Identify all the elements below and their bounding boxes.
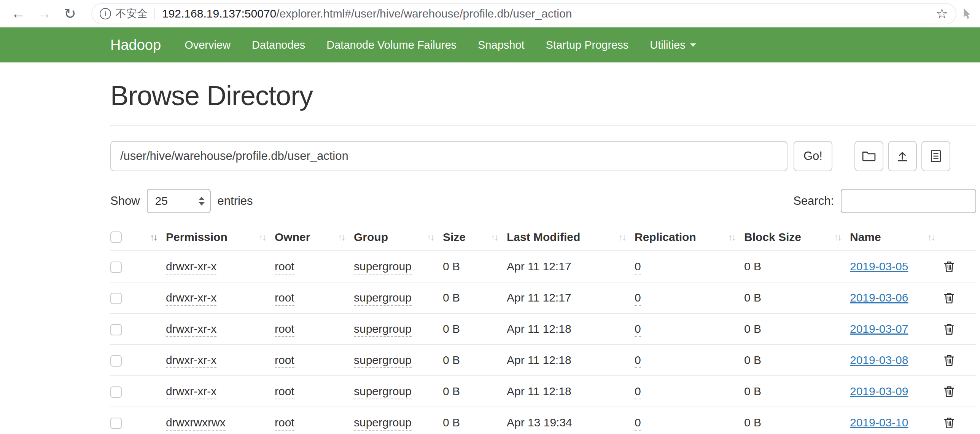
entries-per-page-value: 25 [155, 195, 168, 207]
search-label: Search: [793, 194, 834, 208]
replication-value[interactable]: 0 [635, 385, 641, 399]
back-icon[interactable]: ← [10, 5, 27, 22]
permission-value[interactable]: drwxr-xr-x [166, 260, 216, 274]
row-checkbox[interactable] [110, 355, 122, 367]
delete-button[interactable] [943, 260, 955, 273]
nav-item-datanode-volume-failures[interactable]: Datanode Volume Failures [326, 39, 457, 51]
directory-path-input[interactable] [110, 141, 788, 171]
delete-button[interactable] [943, 354, 955, 367]
trash-icon [943, 385, 955, 398]
column-header-block-size[interactable]: Block Size↑↓ [744, 226, 850, 251]
row-checkbox[interactable] [110, 386, 122, 398]
table-row: drwxr-xr-x root supergroup 0 B Apr 11 12… [110, 345, 976, 376]
info-icon[interactable]: i [100, 8, 111, 19]
bookmark-star-icon[interactable]: ☆ [934, 6, 950, 22]
delete-button[interactable] [943, 385, 955, 398]
column-header-name[interactable]: Name↑↓ [850, 226, 943, 251]
separator [154, 8, 155, 19]
address-bar[interactable]: i 不安全 192.168.19.137:50070/explorer.html… [91, 3, 956, 24]
delete-button[interactable] [943, 416, 955, 429]
replication-value[interactable]: 0 [635, 260, 641, 274]
column-header-group[interactable]: Group↑↓ [354, 226, 443, 251]
file-link[interactable]: 2019-03-07 [850, 322, 908, 335]
owner-value[interactable]: root [275, 322, 294, 337]
sort-icon[interactable]: ↑↓ [834, 232, 841, 243]
owner-value[interactable]: root [275, 354, 294, 368]
group-value[interactable]: supergroup [354, 354, 412, 368]
permission-value[interactable]: drwxr-xr-x [166, 354, 216, 368]
hadoop-navbar: Hadoop Overview Datanodes Datanode Volum… [0, 27, 980, 62]
select-all-checkbox[interactable] [110, 231, 122, 243]
trash-icon [943, 323, 955, 335]
create-directory-button[interactable] [854, 141, 883, 171]
nav-item-overview[interactable]: Overview [185, 39, 231, 51]
delete-button[interactable] [943, 323, 955, 335]
file-link[interactable]: 2019-03-09 [850, 385, 908, 397]
row-checkbox[interactable] [110, 293, 122, 304]
sort-icon[interactable]: ↑↓ [338, 232, 345, 243]
column-header-owner[interactable]: Owner↑↓ [275, 226, 354, 251]
permission-value[interactable]: drwxr-xr-x [166, 385, 216, 399]
column-header-permission[interactable]: Permission↑↓ [166, 226, 275, 251]
sort-icon[interactable]: ↑↓ [728, 232, 735, 243]
file-info-button[interactable] [921, 141, 950, 171]
file-list-icon [930, 150, 942, 163]
url-host: 192.168.19.137:50070 [162, 7, 276, 20]
owner-value[interactable]: root [275, 260, 294, 274]
row-checkbox[interactable] [110, 262, 122, 273]
permission-value[interactable]: drwxr-xr-x [166, 322, 216, 337]
reload-icon[interactable]: ↻ [62, 5, 78, 22]
group-value[interactable]: supergroup [354, 260, 412, 274]
file-link[interactable]: 2019-03-08 [850, 354, 908, 366]
table-row: drwxr-xr-x root supergroup 0 B Apr 11 12… [110, 282, 976, 313]
nav-item-startup-progress[interactable]: Startup Progress [546, 39, 629, 51]
entries-per-page-select[interactable]: 25 [147, 189, 211, 213]
group-value[interactable]: supergroup [354, 291, 412, 306]
sort-icon[interactable]: ↑↓ [259, 232, 266, 243]
group-value[interactable]: supergroup [354, 385, 412, 399]
nav-item-utilities[interactable]: Utilities [650, 39, 696, 51]
security-label[interactable]: 不安全 [116, 6, 148, 21]
replication-value[interactable]: 0 [635, 354, 641, 368]
owner-value[interactable]: root [275, 291, 294, 306]
page-title: Browse Directory [110, 80, 976, 111]
table-header-row: ↑↓ Permission↑↓ Owner↑↓ Group↑↓ Size↑↓ L… [110, 226, 976, 251]
upload-file-button[interactable] [888, 141, 917, 171]
nav-item-snapshot[interactable]: Snapshot [478, 39, 525, 51]
size-value: 0 B [443, 251, 507, 282]
file-link[interactable]: 2019-03-05 [850, 260, 908, 273]
owner-value[interactable]: root [275, 416, 294, 431]
replication-value[interactable]: 0 [635, 291, 641, 306]
block-size-value: 0 B [744, 345, 850, 376]
file-link[interactable]: 2019-03-06 [850, 291, 908, 304]
row-checkbox[interactable] [110, 324, 122, 335]
nav-item-datanodes[interactable]: Datanodes [252, 39, 305, 51]
row-checkbox[interactable] [110, 418, 122, 429]
replication-value[interactable]: 0 [635, 322, 641, 337]
sort-icon[interactable]: ↑↓ [150, 232, 157, 243]
navbar-brand-hadoop[interactable]: Hadoop [110, 37, 161, 53]
permission-value[interactable]: drwxrwxrwx [166, 416, 226, 431]
directory-table: ↑↓ Permission↑↓ Owner↑↓ Group↑↓ Size↑↓ L… [110, 226, 976, 434]
sort-icon[interactable]: ↑↓ [619, 232, 625, 243]
sort-icon[interactable]: ↑↓ [491, 232, 498, 243]
url-text: 192.168.19.137:50070/explorer.html#/user… [162, 7, 572, 20]
column-header-last-modified[interactable]: Last Modified↑↓ [507, 226, 635, 251]
last-modified-value: Apr 11 12:18 [507, 345, 635, 376]
column-header-replication[interactable]: Replication↑↓ [635, 226, 744, 251]
group-value[interactable]: supergroup [354, 322, 412, 337]
show-entries: Show 25 entries [110, 189, 253, 213]
permission-value[interactable]: drwxr-xr-x [166, 291, 216, 306]
sort-icon[interactable]: ↑↓ [427, 232, 434, 243]
owner-value[interactable]: root [275, 385, 294, 399]
forward-icon[interactable]: → [36, 5, 52, 22]
search-input[interactable] [841, 189, 976, 213]
column-header-size[interactable]: Size↑↓ [443, 226, 507, 251]
file-link[interactable]: 2019-03-10 [850, 416, 908, 429]
replication-value[interactable]: 0 [635, 416, 641, 431]
select-all-header[interactable]: ↑↓ [110, 226, 166, 251]
delete-button[interactable] [943, 292, 955, 304]
sort-icon[interactable]: ↑↓ [928, 232, 934, 243]
go-button[interactable]: Go! [794, 141, 832, 171]
group-value[interactable]: supergroup [354, 416, 412, 431]
